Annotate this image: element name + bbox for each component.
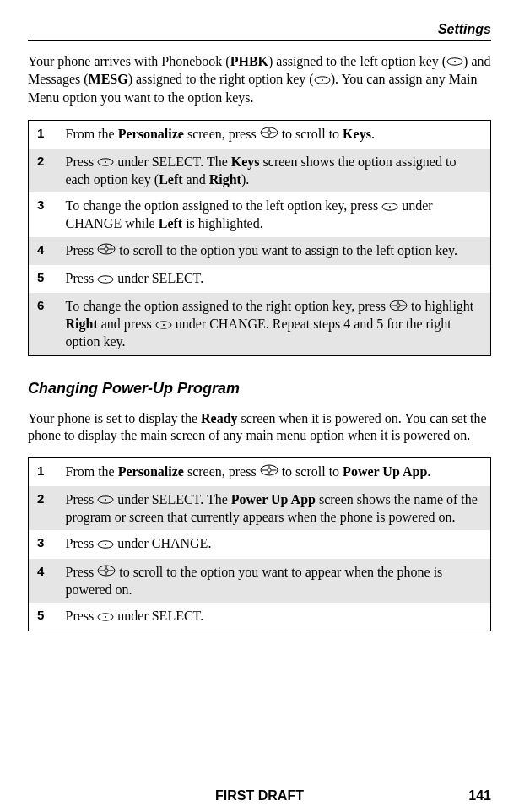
- step-text: To change the option assigned to the lef…: [57, 192, 491, 237]
- pill-icon: [97, 154, 114, 171]
- pill-icon: [155, 317, 172, 333]
- svg-point-11: [105, 161, 106, 163]
- svg-point-3: [322, 79, 323, 81]
- table-row: 3To change the option assigned to the le…: [29, 192, 491, 237]
- subheading-powerup: Changing Power-Up Program: [28, 380, 491, 398]
- table-row: 4Press to scroll to the option you want …: [29, 237, 491, 265]
- step-text: Press to scroll to the option you want t…: [57, 559, 491, 604]
- intro2-text: Your phone is set to display the: [28, 411, 201, 425]
- step-text: Press under SELECT. The Keys screen show…: [57, 149, 491, 193]
- footer-page-number: 141: [468, 788, 491, 804]
- table-row: 6To change the option assigned to the ri…: [29, 293, 491, 355]
- step-text: Press under SELECT.: [57, 265, 491, 293]
- step-text: From the Personalize screen, press to sc…: [57, 120, 491, 149]
- footer-draft: FIRST DRAFT: [215, 788, 304, 804]
- step-number: 5: [29, 265, 57, 293]
- table-row: 2Press under SELECT. The Keys screen sho…: [29, 149, 491, 193]
- intro-text: Your phone arrives with Phonebook (: [28, 54, 230, 68]
- step-text: Press under SELECT.: [57, 603, 491, 631]
- step-number: 6: [29, 293, 57, 355]
- pill-icon: [97, 609, 114, 625]
- pill-icon: [97, 491, 114, 508]
- step-number: 2: [29, 149, 57, 193]
- table-row: 3Press under CHANGE.: [29, 530, 491, 558]
- intro-phbk: PHBK: [230, 54, 268, 68]
- nav-key-icon: [260, 126, 278, 143]
- table-row: 4Press to scroll to the option you want …: [29, 559, 491, 604]
- pill-icon: [97, 536, 114, 553]
- step-text: Press under CHANGE.: [57, 530, 491, 558]
- svg-point-29: [163, 324, 165, 326]
- pill-icon: [446, 53, 463, 70]
- intro2-paragraph: Your phone is set to display the Ready s…: [28, 410, 491, 444]
- pill-icon: [381, 198, 398, 215]
- step-text: To change the option assigned to the rig…: [57, 293, 491, 355]
- svg-point-37: [105, 499, 106, 501]
- header-rule: [28, 40, 491, 41]
- svg-point-21: [105, 279, 106, 280]
- step-number: 3: [29, 530, 57, 558]
- intro-paragraph: Your phone arrives with Phonebook (PHBK)…: [28, 53, 491, 106]
- svg-point-23: [397, 303, 400, 306]
- intro2-ready: Ready: [201, 411, 238, 425]
- svg-point-5: [267, 131, 270, 134]
- svg-point-47: [105, 616, 106, 618]
- page-footer: FIRST DRAFT 141: [28, 788, 491, 804]
- table-row: 1From the Personalize screen, press to s…: [29, 120, 491, 149]
- section-title: Settings: [438, 22, 491, 37]
- svg-point-15: [105, 247, 108, 251]
- nav-key-icon: [389, 299, 408, 316]
- svg-point-31: [267, 468, 270, 472]
- svg-point-1: [454, 61, 456, 62]
- table-row: 5Press under SELECT.: [29, 265, 491, 293]
- intro-text: ) assigned to the right option key (: [128, 72, 314, 86]
- page-header: Settings: [28, 22, 491, 41]
- step-number: 1: [29, 120, 57, 149]
- svg-point-39: [105, 544, 106, 545]
- nav-key-icon: [97, 564, 116, 581]
- steps-table-keys: 1From the Personalize screen, press to s…: [28, 120, 491, 356]
- step-number: 3: [29, 192, 57, 237]
- intro-mesg: MESG: [89, 72, 128, 86]
- pill-icon: [314, 72, 331, 89]
- nav-key-icon: [97, 242, 116, 259]
- table1-body: 1From the Personalize screen, press to s…: [29, 120, 491, 355]
- step-text: Press under SELECT. The Power Up App scr…: [57, 486, 491, 531]
- step-number: 5: [29, 603, 57, 631]
- steps-table-powerup: 1From the Personalize screen, press to s…: [28, 457, 491, 631]
- svg-point-13: [389, 206, 391, 208]
- step-number: 4: [29, 559, 57, 604]
- svg-point-41: [105, 569, 108, 572]
- step-number: 2: [29, 486, 57, 531]
- step-number: 1: [29, 457, 57, 486]
- table-row: 1From the Personalize screen, press to s…: [29, 457, 491, 486]
- step-text: From the Personalize screen, press to sc…: [57, 457, 491, 486]
- pill-icon: [97, 271, 114, 288]
- intro-text: ) assigned to the left option key (: [268, 54, 446, 68]
- nav-key-icon: [260, 463, 278, 480]
- table-row: 2Press under SELECT. The Power Up App sc…: [29, 486, 491, 531]
- table-row: 5Press under SELECT.: [29, 603, 491, 631]
- step-number: 4: [29, 237, 57, 265]
- step-text: Press to scroll to the option you want t…: [57, 237, 491, 265]
- table2-body: 1From the Personalize screen, press to s…: [29, 457, 491, 631]
- page: Settings Your phone arrives with Phonebo…: [0, 0, 519, 812]
